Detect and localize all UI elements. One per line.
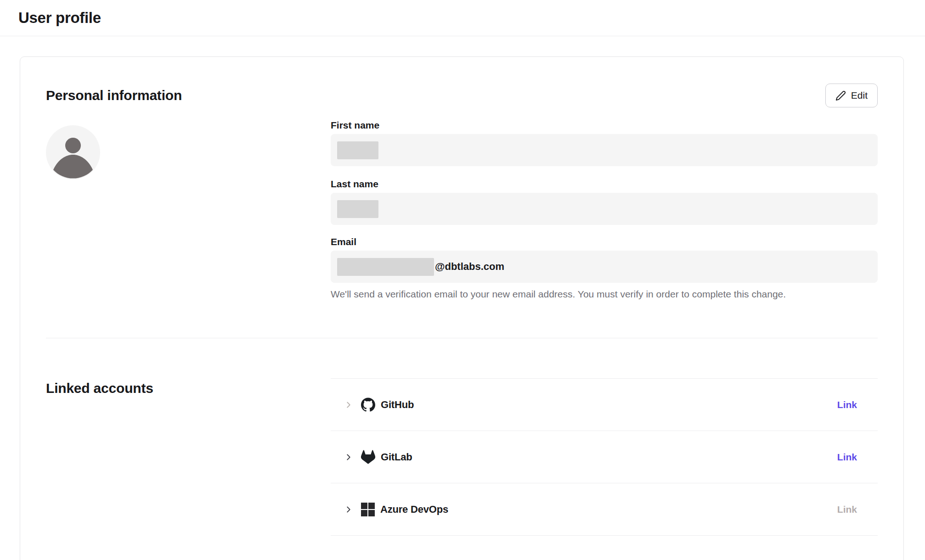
personal-info-header: Personal information Edit (46, 84, 878, 107)
linked-account-row-gitlab: GitLab Link (331, 431, 878, 483)
linked-account-row-github: GitHub Link (331, 379, 878, 431)
page-header: User profile (0, 0, 925, 36)
email-label: Email (331, 236, 878, 248)
first-name-label: First name (331, 119, 878, 131)
linked-accounts-section: Linked accounts GitHub Link (46, 338, 878, 536)
personal-info-heading: Personal information (46, 88, 182, 103)
linked-account-row-azure-devops: Azure DevOps Link (331, 483, 878, 536)
github-link-action[interactable]: Link (837, 399, 857, 410)
chevron-right-icon[interactable] (344, 504, 354, 515)
github-icon (361, 398, 375, 412)
gitlab-icon (361, 450, 375, 464)
chevron-right-icon[interactable] (344, 452, 354, 462)
azure-devops-icon (361, 503, 375, 516)
linked-accounts-heading: Linked accounts (46, 381, 331, 396)
profile-card: Personal information Edit (20, 56, 904, 560)
gitlab-link-action[interactable]: Link (837, 452, 857, 463)
first-name-field (331, 134, 878, 166)
pencil-icon (835, 90, 846, 101)
linked-accounts-list: GitHub Link GitLab Link (331, 378, 878, 536)
avatar (46, 125, 100, 179)
last-name-label: Last name (331, 178, 878, 190)
redacted-first-name (337, 141, 378, 159)
account-name: GitLab (381, 451, 412, 463)
main-content: Personal information Edit (0, 36, 925, 560)
email-helper-text: We'll send a verification email to your … (331, 288, 878, 300)
azure-devops-link-action: Link (837, 504, 857, 515)
person-icon (46, 125, 100, 179)
last-name-field (331, 193, 878, 225)
account-name: GitHub (381, 399, 414, 411)
edit-button-label: Edit (851, 90, 868, 101)
avatar-column (46, 119, 331, 300)
chevron-right-icon[interactable] (344, 400, 354, 410)
redacted-email-local-part (337, 258, 434, 276)
fields-column: First name Last name Email @dbtlabs.com … (331, 119, 878, 300)
page-title: User profile (18, 9, 101, 27)
email-field: @dbtlabs.com (331, 251, 878, 283)
redacted-last-name (337, 200, 378, 218)
email-domain-suffix: @dbtlabs.com (435, 261, 504, 273)
edit-button[interactable]: Edit (825, 84, 878, 107)
personal-info-body: First name Last name Email @dbtlabs.com … (46, 119, 878, 300)
account-name: Azure DevOps (380, 504, 448, 515)
linked-accounts-heading-column: Linked accounts (46, 338, 331, 536)
